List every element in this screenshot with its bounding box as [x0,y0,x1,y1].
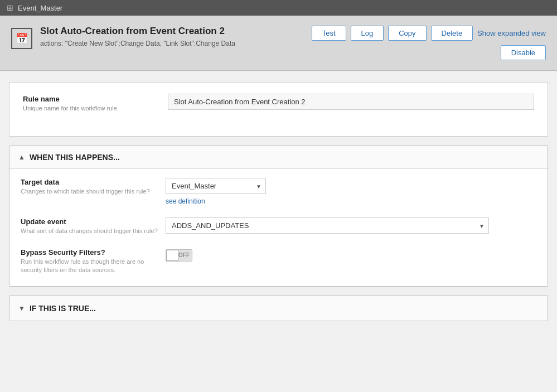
target-data-hint: Changes to which table should trigger th… [21,187,166,196]
update-event-select-wrapper: ADDS_AND_UPDATES ADDS_ONLY UPDATES_ONLY … [166,217,489,234]
toggle-thumb [166,250,178,261]
if-section-header[interactable]: ▼ IF THIS IS TRUE... [9,296,548,321]
log-button[interactable]: Log [351,26,384,41]
rule-subtitle: actions: "Create New Slot":Change Data, … [40,39,235,49]
bypass-security-toggle[interactable]: OFF [166,249,192,262]
when-section-title: WHEN THIS HAPPENS... [30,153,120,162]
when-chevron-up-icon: ▲ [18,153,25,161]
rule-title: Slot Auto-Creation from Event Creation 2 [40,26,235,37]
test-button[interactable]: Test [312,26,346,41]
rule-name-input-col [168,94,534,110]
rule-icon-box: 📅 [11,28,32,49]
rule-name-section: Rule name Unique name for this workflow … [9,82,548,137]
disable-row: Disable [501,45,546,60]
rule-name-label-col: Rule name Unique name for this workflow … [23,94,168,113]
update-event-label-col: Update event What sort of data changes s… [21,217,166,235]
top-bar-title: Event_Master [18,4,62,12]
delete-button[interactable]: Delete [431,26,473,41]
rule-buttons-row: Test Log Copy Delete Show expanded view [312,26,546,41]
when-section: ▲ WHEN THIS HAPPENS... Target data Chang… [9,146,548,286]
toggle-track[interactable]: OFF [166,249,192,262]
if-section: ▼ IF THIS IS TRUE... [9,296,548,321]
top-bar: ⊞ Event_Master [0,0,557,16]
target-data-select-wrapper: Event_Master Slot_Master User_Master ▼ [166,178,266,194]
target-data-row: Target data Changes to which table shoul… [21,178,536,205]
bypass-security-label: Bypass Security Filters? [21,248,166,257]
rule-name-row: Rule name Unique name for this workflow … [23,94,534,113]
rule-title-area: Slot Auto-Creation from Event Creation 2… [40,26,235,49]
rule-name-input[interactable] [168,94,534,110]
bypass-security-hint: Run this workflow rule as though there a… [21,258,166,275]
target-data-label-col: Target data Changes to which table shoul… [21,178,166,196]
rule-name-label: Rule name [23,95,168,103]
target-data-label: Target data [21,178,166,186]
rule-header: 📅 Slot Auto-Creation from Event Creation… [0,16,557,71]
rule-header-left: 📅 Slot Auto-Creation from Event Creation… [11,26,235,49]
target-data-select[interactable]: Event_Master Slot_Master User_Master [166,178,266,194]
bypass-security-control: OFF [166,248,536,262]
toggle-off-label: OFF [178,252,190,258]
grid-icon: ⊞ [7,3,13,12]
calendar-icon: 📅 [16,32,28,45]
when-section-header[interactable]: ▲ WHEN THIS HAPPENS... [9,146,548,168]
rule-actions: Test Log Copy Delete Show expanded view … [312,26,546,60]
if-section-title: IF THIS IS TRUE... [30,304,96,313]
bypass-security-row: Bypass Security Filters? Run this workfl… [21,248,536,275]
when-section-body: Target data Changes to which table shoul… [9,168,548,285]
update-event-select[interactable]: ADDS_AND_UPDATES ADDS_ONLY UPDATES_ONLY … [166,217,489,234]
show-expanded-link[interactable]: Show expanded view [477,29,546,37]
main-content: Rule name Unique name for this workflow … [0,71,557,332]
update-event-control: ADDS_AND_UPDATES ADDS_ONLY UPDATES_ONLY … [166,217,536,234]
disable-button[interactable]: Disable [501,45,546,60]
target-data-control: Event_Master Slot_Master User_Master ▼ s… [166,178,536,205]
update-event-hint: What sort of data changes should trigger… [21,227,166,235]
copy-button[interactable]: Copy [388,26,426,41]
rule-name-hint: Unique name for this workflow rule. [23,104,168,113]
update-event-row: Update event What sort of data changes s… [21,217,536,235]
see-definition-link[interactable]: see definition [166,197,536,205]
update-event-label: Update event [21,217,166,226]
subtitle-label: actions: [40,40,63,47]
bypass-security-label-col: Bypass Security Filters? Run this workfl… [21,248,166,275]
if-chevron-down-icon: ▼ [18,304,25,312]
subtitle-value: "Create New Slot":Change Data, "Link Slo… [65,40,235,47]
